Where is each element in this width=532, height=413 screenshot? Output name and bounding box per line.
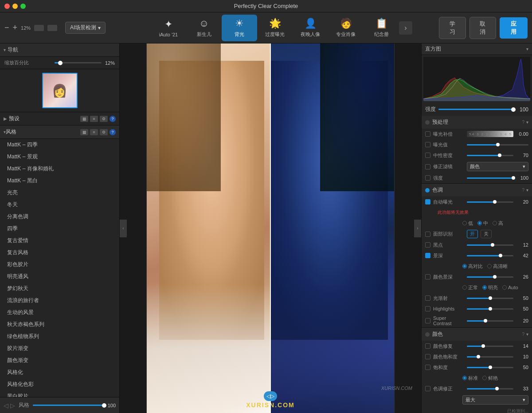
super-contrast-check[interactable] <box>425 318 430 323</box>
preprocess-collapse[interactable]: ▾ <box>526 120 528 125</box>
level-high[interactable]: 高 <box>493 220 503 227</box>
correction-filter-check[interactable] <box>425 164 430 169</box>
light-haze-slider[interactable] <box>467 298 513 299</box>
super-contrast-slider[interactable] <box>467 320 513 322</box>
depth-high-contrast[interactable]: 高对比 <box>462 263 483 270</box>
bottom-slider[interactable] <box>33 405 104 406</box>
color-depth-slider[interactable] <box>467 276 513 278</box>
nav-overexpose[interactable]: 🌟 过度曝光 <box>257 15 293 41</box>
minimize-button[interactable] <box>12 4 18 9</box>
style-item-0[interactable]: MattK – 四季 <box>0 139 119 151</box>
grid-view-icon[interactable]: ▦ <box>80 116 88 122</box>
auto-exposure-slider[interactable] <box>467 201 513 203</box>
color-restore-check[interactable] <box>425 343 430 349</box>
highlights-check[interactable] <box>425 306 430 311</box>
list-view-icon[interactable]: ≡ <box>90 116 98 122</box>
tone-correction-check[interactable] <box>425 386 430 391</box>
style-item-15[interactable]: 秋天赤褐色系列 <box>0 319 119 330</box>
level-low[interactable]: 低 <box>462 220 473 227</box>
neutral-density-slider[interactable] <box>467 155 513 156</box>
styles-list-icon[interactable]: ≡ <box>90 129 98 135</box>
style-item-8[interactable]: 复古爱情 <box>0 235 119 247</box>
learn-button[interactable]: 学习 <box>439 17 466 39</box>
style-item-13[interactable]: 流浪的旅行者 <box>0 295 119 307</box>
depth-check[interactable] <box>425 253 430 258</box>
color-depth-check[interactable] <box>425 274 430 279</box>
nav-exposure[interactable]: ☀ 背光 <box>222 15 257 41</box>
color-sat-slider[interactable] <box>467 356 513 358</box>
face-recognition-check[interactable] <box>425 232 430 237</box>
strength-slider[interactable] <box>467 177 513 179</box>
light-haze-check[interactable] <box>425 295 430 301</box>
tone-correction-slider[interactable] <box>467 388 513 389</box>
color-section-header[interactable]: 颜色 ? ▾ <box>422 328 532 341</box>
style-item-17[interactable]: 胶片渐变 <box>0 342 119 354</box>
color-section-help[interactable]: ? <box>522 332 524 337</box>
style-item-9[interactable]: 复古风格 <box>0 247 119 259</box>
exposure-scale[interactable]: 5.4 3 2 1 0 1 3 4 5 <box>467 131 513 137</box>
next-arrow[interactable]: ▷ <box>10 402 15 409</box>
color-normal[interactable]: 正常 <box>462 284 478 291</box>
nav-night-portrait[interactable]: 👤 夜晚人像 <box>293 15 328 41</box>
color-sat-check[interactable] <box>425 354 430 359</box>
apply-button[interactable]: 应用 <box>500 17 528 39</box>
window-controls[interactable] <box>4 4 26 9</box>
nav-arrows[interactable]: ◁ ▷ <box>4 402 15 409</box>
style-item-10[interactable]: 彩色胶片 <box>0 259 119 271</box>
exposure-val-check[interactable] <box>425 142 430 147</box>
color-adj-help[interactable]: ? <box>522 188 524 193</box>
sat-standard[interactable]: 标准 <box>462 375 478 382</box>
style-item-1[interactable]: MattK – 景观 <box>0 151 119 163</box>
color-section-collapse[interactable]: ▾ <box>526 332 528 337</box>
style-item-11[interactable]: 明亮通风 <box>0 271 119 283</box>
add-icon[interactable]: + <box>13 23 18 32</box>
prev-arrow[interactable]: ◁ <box>4 402 8 409</box>
nav-auto21[interactable]: ✦ iAuto '21 <box>151 15 186 41</box>
correction-filter-dropdown[interactable]: 颜色 ▾ <box>467 162 528 171</box>
style-item-21[interactable]: 黑白胶片 <box>0 390 119 397</box>
saturation-slider[interactable] <box>467 367 513 368</box>
nav-memorial[interactable]: 📋 纪念册 <box>364 15 399 41</box>
face-toggle-off[interactable]: 关 <box>481 230 492 238</box>
style-item-7[interactable]: 四季 <box>0 223 119 235</box>
style-item-4[interactable]: 光亮 <box>0 187 119 199</box>
close-button[interactable] <box>4 4 10 9</box>
max-dropdown[interactable]: 最大 ▾ <box>462 395 528 405</box>
back-icon[interactable]: − <box>4 23 9 32</box>
maximize-button[interactable] <box>20 4 26 9</box>
style-item-16[interactable]: 绿色植物系列 <box>0 330 119 342</box>
nav-pro-portrait[interactable]: 🧑 专业肖像 <box>328 15 364 41</box>
expand-left-arrow[interactable]: ‹ <box>120 220 127 237</box>
expand-right-arrow[interactable]: › <box>414 220 421 237</box>
styles-grid-icon[interactable]: ▦ <box>80 129 88 135</box>
style-item-3[interactable]: MattK – 黑白 <box>0 175 119 187</box>
style-item-18[interactable]: 颜色渐变 <box>0 354 119 366</box>
ai-detect-button[interactable]: AI场景检测 ▾ <box>65 22 106 34</box>
color-restore-slider[interactable] <box>467 346 513 347</box>
face-toggle-on[interactable]: 开 <box>467 230 478 238</box>
strength-check[interactable] <box>425 175 430 181</box>
exposure-comp-check[interactable] <box>425 131 430 137</box>
zoom-slider[interactable] <box>55 62 101 63</box>
color-adj-header[interactable]: 色调 ? ▾ <box>422 184 532 197</box>
histogram-collapse[interactable]: ▾ <box>526 47 528 51</box>
nav-newborn[interactable]: ☺ 新生儿 <box>186 15 222 41</box>
color-adj-collapse[interactable]: ▾ <box>526 188 528 193</box>
black-point-check[interactable] <box>425 242 430 248</box>
style-item-12[interactable]: 梦幻秋天 <box>0 283 119 295</box>
styles-settings-icon[interactable]: ⚙ <box>100 129 108 135</box>
style-item-14[interactable]: 生动的风景 <box>0 307 119 319</box>
depth-slider[interactable] <box>467 255 513 256</box>
preprocess-header[interactable]: 预处理 ? ▾ <box>422 116 532 129</box>
style-item-5[interactable]: 冬天 <box>0 199 119 211</box>
style-item-20[interactable]: 风格化色彩 <box>0 378 119 390</box>
settings-icon[interactable]: ⚙ <box>100 116 108 122</box>
level-mid[interactable]: 中 <box>477 220 488 227</box>
highlights-slider[interactable] <box>467 308 513 310</box>
depth-high-clarity[interactable]: 高清晰 <box>487 263 508 270</box>
styles-help-icon[interactable]: ? <box>110 129 116 135</box>
cancel-button[interactable]: 取消 <box>469 17 497 39</box>
saturation-check[interactable] <box>425 365 430 370</box>
style-item-2[interactable]: MattK – 肖像和婚礼 <box>0 163 119 175</box>
sat-vivid[interactable]: 鲜艳 <box>482 375 498 382</box>
